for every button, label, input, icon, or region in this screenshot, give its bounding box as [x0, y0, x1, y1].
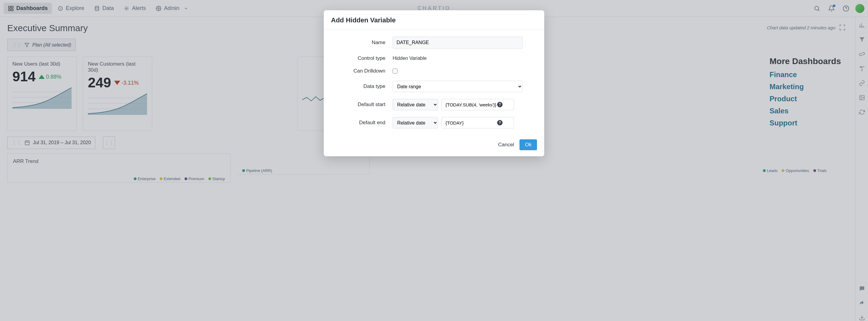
data-type-select[interactable]: Date range [393, 81, 523, 92]
name-input[interactable] [393, 36, 523, 49]
control-type-label: Control type [332, 55, 393, 61]
default-start-label: Default start [332, 101, 393, 108]
default-end-expr-input[interactable] [441, 117, 514, 128]
ok-button[interactable]: Ok [520, 139, 537, 150]
help-icon[interactable]: ? [497, 120, 502, 125]
help-icon[interactable]: ? [497, 102, 502, 107]
modal-title: Add Hidden Variable [324, 10, 544, 29]
default-end-label: Default end [332, 120, 393, 126]
can-drilldown-checkbox[interactable] [393, 68, 398, 74]
default-start-mode-select[interactable]: Relative date [393, 99, 438, 110]
modal-scrim[interactable]: Add Hidden Variable Name Control type Hi… [0, 0, 868, 321]
data-type-label: Data type [332, 83, 393, 89]
control-type-value: Hidden Variable [393, 56, 427, 61]
default-end-mode-select[interactable]: Relative date [393, 117, 438, 128]
can-drilldown-label: Can Drilldown [332, 68, 393, 74]
add-hidden-variable-modal: Add Hidden Variable Name Control type Hi… [324, 10, 544, 156]
cancel-button[interactable]: Cancel [498, 142, 514, 148]
name-label: Name [332, 39, 393, 46]
default-start-expr-input[interactable] [441, 99, 514, 110]
